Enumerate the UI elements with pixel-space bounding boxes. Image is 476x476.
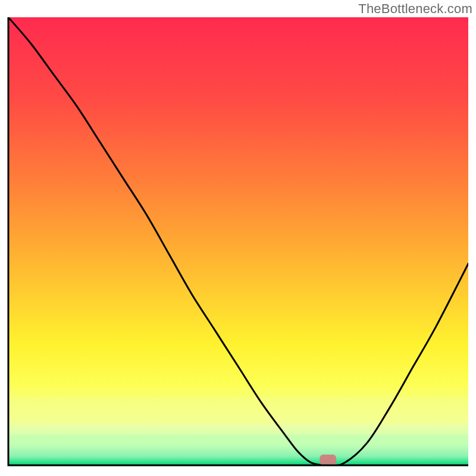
chart-container: TheBottleneck.com: [0, 0, 476, 476]
optimum-marker: [320, 455, 336, 465]
band-1: [8, 397, 468, 424]
band-2: [8, 434, 468, 446]
watermark-text: TheBottleneck.com: [358, 1, 472, 17]
bottleneck-chart: [0, 0, 476, 476]
